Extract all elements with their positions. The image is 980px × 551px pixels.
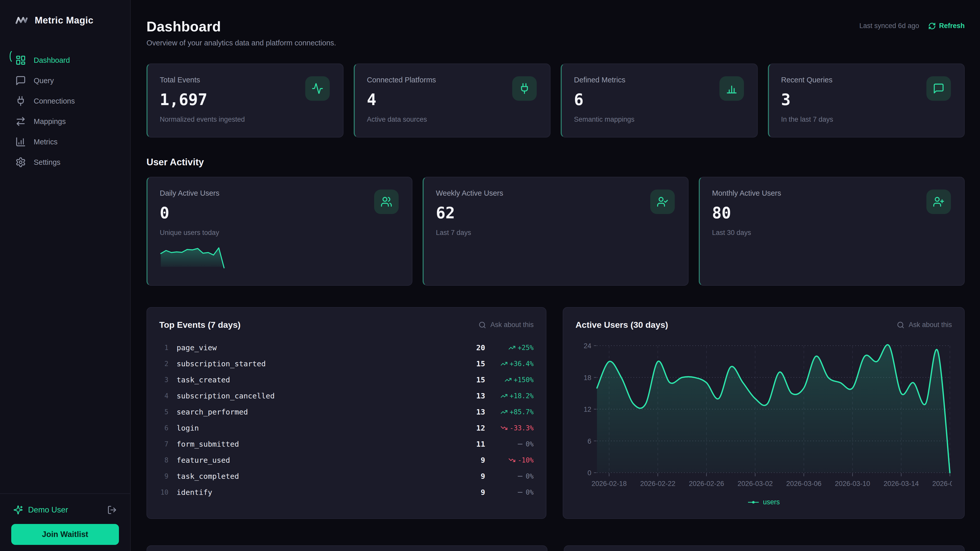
card-label: Weekly Active Users [436, 189, 676, 197]
stat-card-total-events: Total Events 1,697 Normalized events ing… [146, 64, 344, 138]
event-count: 12 [460, 424, 485, 432]
sidebar-item-query[interactable]: Query [0, 70, 130, 91]
event-row: 7form_submitted110% [159, 436, 534, 452]
event-row: 2subscription_started15+36.4% [159, 356, 534, 372]
sidebar-item-metrics[interactable]: Metrics [0, 132, 130, 152]
card-value: 80 [712, 203, 952, 222]
stat-sub: Active data sources [367, 116, 538, 124]
stats-grid: Total Events 1,697 Normalized events ing… [146, 64, 965, 138]
event-delta: 0% [485, 472, 534, 480]
logout-button[interactable] [107, 505, 117, 515]
minus-icon [517, 473, 524, 480]
cross-platform-panel: Cross-Platform Comparison (7 days) Ask a… [564, 545, 965, 551]
sidebar-item-label: Query [34, 76, 54, 85]
daily-users-sparkline [160, 242, 225, 273]
user-name: Demo User [28, 505, 102, 514]
active-users-line-chart[interactable]: 061218242026-02-182026-02-222026-02-2620… [576, 339, 952, 492]
event-name: search_performed [177, 408, 460, 416]
card-label: Monthly Active Users [712, 189, 952, 197]
sidebar-item-connections[interactable]: Connections [0, 91, 130, 111]
card-weekly-active-users: Weekly Active Users 62 Last 7 days [423, 177, 689, 286]
event-count: 15 [460, 359, 485, 368]
legend-label: users [763, 498, 780, 506]
sidebar-item-settings[interactable]: Settings [0, 152, 130, 172]
card-label: Daily Active Users [160, 189, 400, 197]
user-check-icon [650, 189, 675, 214]
panel-title: Top Events (7 days) [159, 320, 241, 330]
stat-card-recent-queries: Recent Queries 3 In the last 7 days [768, 64, 965, 138]
event-row: 10identify90% [159, 484, 534, 500]
svg-text:6: 6 [587, 437, 591, 445]
event-delta: +18.2% [485, 392, 534, 400]
card-sub: Unique users today [160, 229, 400, 237]
activity-icon [305, 76, 330, 101]
page-header: Dashboard Overview of your analytics dat… [146, 18, 965, 47]
event-rank: 9 [159, 472, 169, 480]
event-count: 13 [460, 408, 485, 416]
event-row: 9task_completed90% [159, 468, 534, 484]
app-title: Metric Magic [35, 15, 94, 26]
event-rank: 5 [159, 408, 169, 416]
card-value: 0 [160, 203, 400, 222]
refresh-icon [928, 22, 936, 30]
event-row: 5search_performed13+85.7% [159, 404, 534, 420]
refresh-button[interactable]: Refresh [928, 22, 965, 30]
plug-icon [512, 76, 537, 101]
event-name: task_completed [177, 472, 460, 481]
gear-icon [15, 157, 26, 168]
event-name: subscription_cancelled [177, 392, 460, 400]
event-rank: 6 [159, 424, 169, 432]
trend-down-icon [501, 424, 508, 432]
svg-text:2026-03-10: 2026-03-10 [835, 480, 870, 487]
card-sub: Last 7 days [436, 229, 676, 237]
stat-card-defined-metrics: Defined Metrics 6 Semantic mappings [561, 64, 758, 138]
trend-up-icon [508, 344, 515, 351]
arrows-right-left-icon [15, 116, 26, 127]
event-count: 11 [460, 440, 485, 448]
top-events-panel: Top Events (7 days) Ask about this 1page… [146, 307, 546, 519]
last-synced-text: Last synced 6d ago [859, 22, 919, 30]
event-rank: 1 [159, 344, 169, 351]
user-activity-grid: Daily Active Users 0 Unique users today … [146, 177, 965, 286]
svg-text:2026-03-02: 2026-03-02 [738, 480, 773, 487]
trend-down-icon [508, 457, 515, 464]
svg-text:2026-03-06: 2026-03-06 [786, 480, 821, 487]
event-list: 1page_view20+25%2subscription_started15+… [159, 340, 534, 500]
sidebar-nav: Dashboard Query Connections Mappings Met… [0, 50, 130, 172]
bar-chart-icon [719, 76, 744, 101]
search-icon [479, 321, 486, 329]
event-row: 1page_view20+25% [159, 340, 534, 356]
panel-title: Active Users (30 days) [576, 320, 668, 330]
join-waitlist-button[interactable]: Join Waitlist [11, 524, 119, 545]
users-icon [374, 189, 399, 214]
section-title-user-activity: User Activity [146, 157, 965, 168]
sidebar-item-mappings[interactable]: Mappings [0, 111, 130, 132]
event-name: page_view [177, 343, 460, 352]
event-row: 6login12-33.3% [159, 420, 534, 436]
logout-icon [107, 505, 117, 515]
trend-up-icon [501, 408, 508, 416]
ask-about-this-button[interactable]: Ask about this [479, 321, 534, 329]
sidebar-item-dashboard[interactable]: Dashboard [0, 50, 130, 70]
event-row: 8feature_used9-10% [159, 452, 534, 468]
event-rank: 3 [159, 376, 169, 384]
legend-line-icon [748, 500, 759, 504]
message-icon [926, 76, 951, 101]
panels-row: Top Events (7 days) Ask about this 1page… [146, 307, 965, 519]
event-row: 4subscription_cancelled13+18.2% [159, 388, 534, 404]
event-name: feature_used [177, 456, 460, 465]
stat-card-connected-platforms: Connected Platforms 4 Active data source… [354, 64, 551, 138]
event-name: form_submitted [177, 440, 460, 448]
svg-text:2026-03-18: 2026-03-18 [932, 480, 952, 487]
main-content: Dashboard Overview of your analytics dat… [130, 0, 980, 551]
active-users-panel: Active Users (30 days) Ask about this 06… [563, 307, 965, 519]
event-delta: +85.7% [485, 408, 534, 416]
sparkles-icon [13, 505, 23, 515]
ask-about-this-button[interactable]: Ask about this [897, 321, 952, 329]
chart-legend: users [576, 498, 952, 506]
event-rank: 4 [159, 392, 169, 400]
search-icon [897, 321, 904, 329]
dashboard-icon [15, 55, 26, 65]
sidebar: Metric Magic Dashboard Query Connections… [0, 0, 130, 551]
event-delta: -10% [485, 456, 534, 464]
